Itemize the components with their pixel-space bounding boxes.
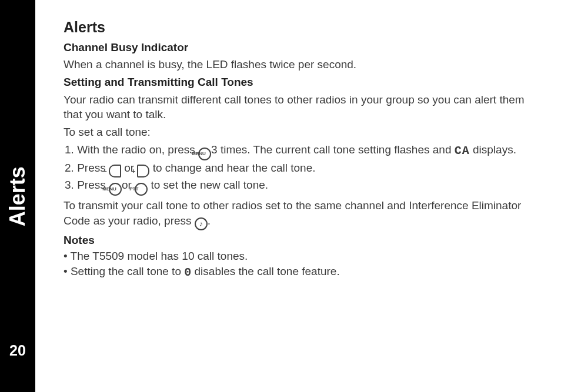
heading-notes: Notes	[64, 233, 534, 248]
notes-list: The T5509 model has 10 call tones. Setti…	[64, 249, 534, 280]
step-2-text-c: to change and hear the call tone.	[149, 162, 315, 174]
text-call-tones-intro: Your radio can transmit different call t…	[64, 92, 534, 122]
menu-icon: MENU	[198, 148, 211, 160]
page: Alerts 20 Alerts Channel Busy Indicator …	[0, 0, 561, 392]
content-area: Alerts Channel Busy Indicator When a cha…	[64, 18, 534, 282]
zero-display-icon: 0	[184, 266, 191, 279]
heading-call-tones: Setting and Transmitting Call Tones	[64, 75, 534, 90]
menu-icon: MENU	[109, 183, 122, 196]
sidebar-section-label: Alerts	[4, 166, 32, 226]
step-1-text-a: With the radio on, press	[77, 143, 198, 156]
step-2: Press – or + to change and hear the call…	[76, 160, 534, 178]
text-transmit-a: To transmit your call tone to other radi…	[64, 199, 521, 227]
text-transmit: To transmit your call tone to other radi…	[64, 198, 534, 230]
heading-channel-busy: Channel Busy Indicator	[64, 40, 534, 55]
note-1: The T5509 model has 10 call tones.	[64, 249, 534, 264]
page-title: Alerts	[64, 18, 534, 38]
step-1: With the radio on, press MENU3 times. Th…	[76, 142, 534, 160]
call-tone-icon: ♪	[195, 217, 208, 230]
steps-list: With the radio on, press MENU3 times. Th…	[64, 142, 534, 196]
step-1-text-b: 3 times. The current call tone setting f…	[211, 143, 455, 156]
step-3: Press MENUor PTT to set the new call ton…	[76, 177, 534, 196]
ptt-icon: PTT	[135, 183, 148, 196]
step-3-text-c: to set the new call tone.	[148, 179, 268, 191]
text-channel-busy: When a channel is busy, the LED flashes …	[64, 57, 534, 72]
sidebar: Alerts 20	[0, 0, 35, 392]
note-2-text-b: disables the call tone feature.	[195, 265, 340, 277]
minus-icon: –	[109, 165, 121, 177]
page-number: 20	[9, 341, 26, 361]
text-transmit-b: .	[208, 215, 211, 227]
note-2-text-a: Setting the call tone to	[71, 265, 184, 277]
step-1-text-c: displays.	[470, 143, 516, 156]
text-call-tones-lead: To set a call tone:	[64, 125, 534, 140]
ca-display-icon: CA	[455, 144, 470, 158]
plus-icon: +	[137, 165, 149, 177]
note-2: Setting the call tone to 0 disables the …	[64, 264, 534, 280]
